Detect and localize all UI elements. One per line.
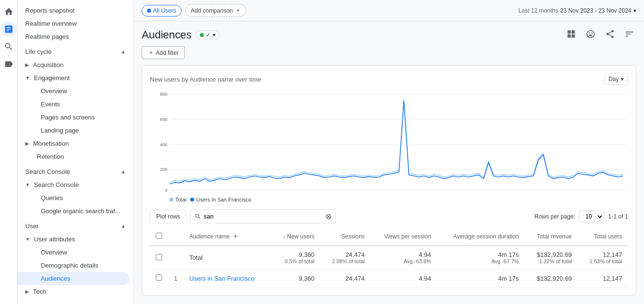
sidebar-section-user[interactable]: User ▲ [17, 220, 133, 233]
row-checkbox-1 [150, 270, 168, 287]
total-users-1: 12,147 [578, 270, 628, 287]
svg-text:800: 800 [160, 91, 167, 97]
total-users-header[interactable]: Total users [578, 227, 628, 246]
total-revenue-1: $132,920.69 [525, 270, 578, 287]
sidebar-section-search-console[interactable]: Search Console ▲ [17, 165, 133, 178]
num-header [168, 227, 183, 246]
add-comparison-button[interactable]: Add comparison ＋ [185, 4, 246, 17]
add-column-icon[interactable]: ＋ [231, 232, 239, 240]
sidebar-item-pages-screens[interactable]: Pages and screens [17, 111, 130, 124]
search-input[interactable] [203, 213, 323, 220]
legend-sf-dot [190, 198, 194, 202]
sidebar-item-landing-page[interactable]: Landing page [17, 124, 130, 137]
row-checkbox-total [150, 246, 168, 270]
acquisition-arrow: ▶ [25, 62, 29, 68]
engagement-arrow: ▼ [25, 75, 30, 81]
page-header: Audiences ✓ ▾ [134, 21, 644, 46]
views-per-session-total: 4.94 Avg -63.8% [371, 246, 437, 270]
sidebar-item-retention[interactable]: Retention [17, 150, 130, 163]
sidebar-item-events[interactable]: Events [17, 98, 130, 111]
all-users-segment[interactable]: All Users [142, 5, 182, 17]
legend-sf-users: Users in San Francisco [190, 197, 251, 203]
sidebar-item-tech[interactable]: ▶ Tech [17, 285, 130, 298]
plus-icon: ＋ [235, 6, 241, 15]
sidebar-item-engagement[interactable]: ▼ Engagement [17, 71, 130, 84]
granularity-selector[interactable]: Day ▾ [604, 73, 628, 85]
filter-bar: ＋ Add filter [134, 46, 644, 65]
chart-header: New users by Audience name over time Day… [150, 73, 628, 85]
search-clear-icon[interactable]: ⊗ [325, 212, 331, 221]
new-users-1: 9,360 [271, 270, 320, 287]
svg-text:200: 200 [160, 167, 167, 172]
lifecycle-chevron: ▲ [121, 49, 126, 54]
sidebar-item-monetisation[interactable]: ▶ Monetisation [17, 137, 130, 150]
search-icon [195, 213, 201, 220]
pagination-info: 1-1 of 1 [608, 213, 628, 220]
sidebar-item-realtime-overview[interactable]: Realtime overview [17, 17, 130, 30]
audience-name-1: Users in San Francisco [183, 270, 271, 287]
new-users-header[interactable]: ↓ New users [271, 227, 320, 246]
tag-nav-icon[interactable] [1, 56, 17, 72]
sidebar-item-realtime-pages[interactable]: Realtime pages [17, 30, 130, 43]
search-console-chevron: ▲ [121, 169, 126, 174]
sidebar-item-acquisition[interactable]: ▶ Acquisition [17, 58, 130, 71]
page-header-left: Audiences ✓ ▾ [142, 29, 220, 41]
home-nav-icon[interactable] [1, 4, 17, 19]
sidebar-item-ua-overview[interactable]: Overview [17, 246, 130, 259]
search-box[interactable]: ⊗ [190, 209, 336, 223]
row-checkbox-1-input[interactable] [156, 274, 162, 281]
verified-chevron-icon: ▾ [213, 32, 215, 38]
chart-area: 800 600 400 200 0 [150, 89, 628, 196]
table-row: 1 Users in San Francisco 9,360 24,474 4.… [150, 270, 628, 287]
legend-total: Total [169, 197, 186, 203]
table-row: Total 9,360 0.5% of total 24,474 2.08% o… [150, 246, 628, 270]
audience-name-header[interactable]: Audience name ＋ [183, 227, 271, 246]
audience-link-1[interactable]: Users in San Francisco [189, 275, 254, 282]
plot-rows-button[interactable]: Plot rows [150, 210, 186, 223]
analytics-nav-icon[interactable] [1, 21, 17, 37]
sidebar-item-reports-snapshot[interactable]: Reports snapshot [17, 4, 130, 17]
smiley-icon[interactable] [584, 27, 597, 42]
row-num-1: 1 [168, 270, 183, 287]
row-checkbox-total-input[interactable] [156, 254, 162, 260]
total-revenue-header[interactable]: Total revenue [525, 227, 578, 246]
add-filter-button[interactable]: ＋ Add filter [142, 46, 185, 59]
verified-chip[interactable]: ✓ ▾ [196, 30, 220, 40]
sidebar-item-overview[interactable]: Overview [17, 84, 130, 98]
table-body: Total 9,360 0.5% of total 24,474 2.08% o… [150, 246, 628, 287]
sidebar-item-search-console-parent[interactable]: ▼ Search Console [17, 178, 130, 191]
views-per-session-header[interactable]: Views per session [371, 227, 437, 246]
sidebar-item-demographic-details[interactable]: Demographic details [17, 259, 130, 272]
granularity-chevron-icon: ▾ [621, 76, 624, 83]
avg-session-duration-header[interactable]: Average session duration [437, 227, 525, 246]
table-view-icon[interactable] [564, 27, 578, 42]
sidebar-section-lifecycle[interactable]: Life cycle ▲ [17, 45, 133, 58]
sidebar-item-google-organic[interactable]: Google organic search traf... [17, 204, 130, 218]
sidebar-item-queries[interactable]: Queries [17, 191, 130, 204]
data-table: Audience name ＋ ↓ New users Sessions Vie… [150, 227, 628, 287]
table-header: Audience name ＋ ↓ New users Sessions Vie… [150, 227, 628, 246]
customize-icon[interactable] [623, 27, 636, 42]
select-all-checkbox[interactable] [156, 233, 162, 239]
verified-dot [200, 33, 204, 37]
sessions-header[interactable]: Sessions [320, 227, 371, 246]
avg-session-duration-total: 4m 17s Avg -67.7% [437, 246, 525, 270]
sidebar-item-user-attributes[interactable]: ▼ User attributes [17, 233, 130, 246]
sessions-1: 24,474 [320, 270, 371, 287]
page-header-right [564, 27, 636, 42]
rows-per-page-control: Rows per page: 10 25 50 1-1 of 1 [534, 210, 628, 223]
sidebar-item-audiences[interactable]: Audiences [17, 272, 130, 285]
top-bar: All Users Add comparison ＋ Last 12 month… [134, 0, 644, 21]
search-nav-icon[interactable] [1, 39, 17, 54]
chart-legend: Total Users in San Francisco [150, 196, 628, 203]
page-title: Audiences [142, 29, 192, 41]
svg-text:400: 400 [160, 141, 167, 147]
chart-svg: 800 600 400 200 0 [150, 89, 628, 196]
new-users-total: 9,360 0.5% of total [271, 246, 320, 270]
share-icon[interactable] [603, 27, 617, 42]
audience-name-total: Total [183, 246, 271, 270]
row-num-total [168, 246, 183, 270]
date-range-selector[interactable]: Last 12 months 23 Nov 2023 - 23 Nov 2024… [518, 7, 636, 14]
table-controls: Plot rows ⊗ Rows per page: 10 25 50 1-1 … [150, 203, 628, 227]
rows-per-page-select[interactable]: 10 25 50 [579, 210, 604, 223]
